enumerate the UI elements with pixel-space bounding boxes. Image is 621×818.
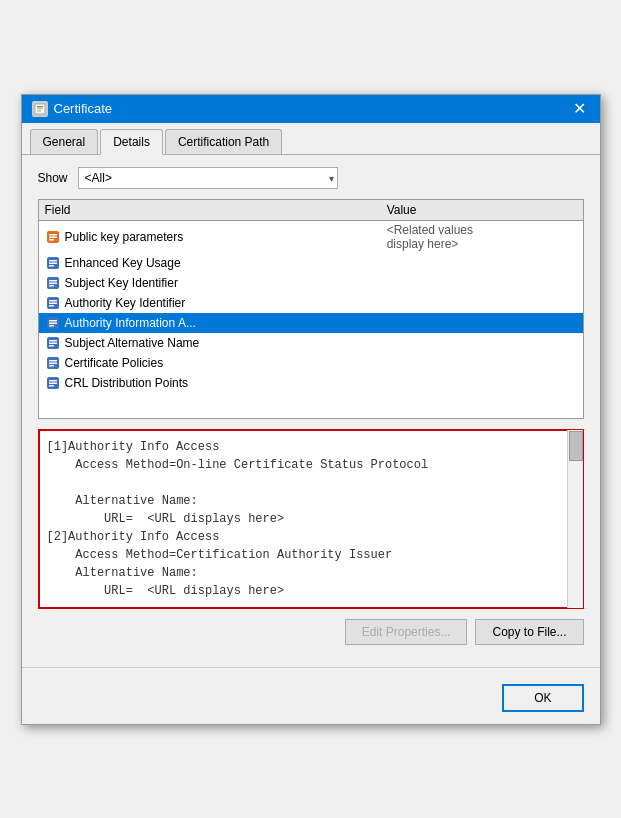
col-value-header: Value bbox=[381, 200, 583, 221]
field-icon bbox=[45, 229, 61, 245]
field-name: Subject Alternative Name bbox=[65, 336, 200, 350]
svg-rect-19 bbox=[49, 305, 54, 307]
field-value: <Related valuesdisplay here> bbox=[381, 220, 583, 253]
tab-details[interactable]: Details bbox=[100, 129, 163, 155]
tab-certpath[interactable]: Certification Path bbox=[165, 129, 282, 154]
table-row[interactable]: Enhanced Key Usage bbox=[39, 253, 583, 273]
field-name: Authority Key Identifier bbox=[65, 296, 186, 310]
field-table: Field Value Public key parameters <Relat… bbox=[39, 200, 583, 393]
table-row[interactable]: CRL Distribution Points bbox=[39, 373, 583, 393]
ok-row: OK bbox=[22, 676, 600, 724]
table-row[interactable]: Authority Information A... bbox=[39, 313, 583, 333]
svg-rect-9 bbox=[49, 260, 57, 262]
svg-rect-27 bbox=[49, 345, 54, 347]
field-table-container[interactable]: Field Value Public key parameters <Relat… bbox=[38, 199, 584, 419]
field-icon bbox=[45, 375, 61, 391]
scrollbar-track[interactable] bbox=[567, 430, 583, 608]
title-bar-left: Certificate bbox=[32, 101, 113, 117]
field-name: CRL Distribution Points bbox=[65, 376, 189, 390]
show-select[interactable]: <All> bbox=[78, 167, 338, 189]
col-field-header: Field bbox=[39, 200, 381, 221]
field-name: Enhanced Key Usage bbox=[65, 256, 181, 270]
field-icon bbox=[45, 315, 61, 331]
svg-rect-11 bbox=[49, 265, 54, 267]
field-icon bbox=[45, 295, 61, 311]
show-select-wrapper[interactable]: <All> ▾ bbox=[78, 167, 338, 189]
edit-properties-button[interactable]: Edit Properties... bbox=[345, 619, 468, 645]
svg-rect-10 bbox=[49, 262, 57, 264]
certificate-dialog: Certificate ✕ General Details Certificat… bbox=[21, 94, 601, 725]
svg-rect-13 bbox=[49, 280, 57, 282]
tab-general[interactable]: General bbox=[30, 129, 99, 154]
field-value bbox=[381, 353, 583, 373]
field-icon bbox=[45, 355, 61, 371]
ok-button[interactable]: OK bbox=[502, 684, 583, 712]
dialog-icon bbox=[32, 101, 48, 117]
field-icon bbox=[45, 255, 61, 271]
svg-rect-23 bbox=[49, 325, 54, 327]
field-icon bbox=[45, 335, 61, 351]
table-row[interactable]: Authority Key Identifier bbox=[39, 293, 583, 313]
table-row[interactable]: Subject Key Identifier bbox=[39, 273, 583, 293]
show-row: Show <All> ▾ bbox=[38, 167, 584, 189]
field-value bbox=[381, 333, 583, 353]
svg-rect-14 bbox=[49, 282, 57, 284]
field-value bbox=[381, 313, 583, 333]
field-value bbox=[381, 293, 583, 313]
svg-rect-33 bbox=[49, 380, 57, 382]
value-display-panel: [1]Authority Info Access Access Method=O… bbox=[38, 429, 584, 609]
field-name: Public key parameters bbox=[65, 230, 184, 244]
svg-rect-7 bbox=[49, 239, 54, 241]
copy-to-file-button[interactable]: Copy to File... bbox=[475, 619, 583, 645]
svg-rect-15 bbox=[49, 285, 54, 287]
field-value bbox=[381, 253, 583, 273]
svg-rect-34 bbox=[49, 382, 57, 384]
svg-rect-25 bbox=[49, 340, 57, 342]
svg-rect-26 bbox=[49, 342, 57, 344]
svg-rect-22 bbox=[49, 322, 57, 324]
show-label: Show bbox=[38, 171, 68, 185]
field-name: Subject Key Identifier bbox=[65, 276, 178, 290]
svg-rect-6 bbox=[49, 236, 57, 238]
title-bar: Certificate ✕ bbox=[22, 95, 600, 123]
divider bbox=[22, 667, 600, 668]
svg-rect-21 bbox=[49, 320, 57, 322]
tab-bar: General Details Certification Path bbox=[22, 123, 600, 155]
field-name: Authority Information A... bbox=[65, 316, 196, 330]
table-row[interactable]: Subject Alternative Name bbox=[39, 333, 583, 353]
field-value bbox=[381, 373, 583, 393]
field-name: Certificate Policies bbox=[65, 356, 164, 370]
scrollbar-thumb[interactable] bbox=[569, 431, 583, 461]
svg-rect-35 bbox=[49, 385, 54, 387]
svg-rect-1 bbox=[37, 106, 43, 108]
svg-rect-17 bbox=[49, 300, 57, 302]
svg-rect-18 bbox=[49, 302, 57, 304]
value-content: [1]Authority Info Access Access Method=O… bbox=[47, 438, 575, 600]
tab-content: Show <All> ▾ Field Value bbox=[22, 155, 600, 667]
dialog-title: Certificate bbox=[54, 101, 113, 116]
field-icon bbox=[45, 275, 61, 291]
svg-rect-2 bbox=[37, 108, 43, 109]
svg-rect-3 bbox=[37, 110, 41, 111]
svg-rect-29 bbox=[49, 360, 57, 362]
action-buttons-row: Edit Properties... Copy to File... bbox=[38, 619, 584, 645]
close-button[interactable]: ✕ bbox=[569, 101, 590, 117]
table-row[interactable]: Certificate Policies bbox=[39, 353, 583, 373]
svg-rect-30 bbox=[49, 362, 57, 364]
table-row[interactable]: Public key parameters <Related valuesdis… bbox=[39, 220, 583, 253]
field-value bbox=[381, 273, 583, 293]
svg-rect-31 bbox=[49, 365, 54, 367]
svg-rect-5 bbox=[49, 234, 57, 236]
